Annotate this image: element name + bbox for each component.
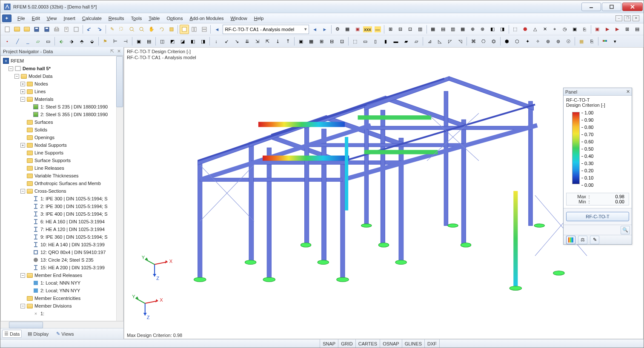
panel-close-icon[interactable]: ✕ — [626, 89, 630, 94]
t51-icon[interactable]: ⤓ — [273, 37, 282, 46]
mdi-minimize[interactable]: – — [615, 15, 622, 21]
t57-icon[interactable]: ⊡ — [337, 37, 346, 46]
t82-icon[interactable]: ▾ — [610, 37, 620, 46]
tree-mat-1[interactable]: 1: Steel S 235 | DIN 18800:1990 — [1, 103, 123, 111]
tool-5-icon[interactable]: — — [373, 25, 382, 34]
mdi-close[interactable]: ✕ — [633, 15, 639, 21]
tool-35-icon[interactable]: ⚑ — [100, 37, 110, 46]
menu-options[interactable]: Options — [163, 14, 186, 22]
status-cell[interactable]: GRID — [338, 339, 355, 348]
tool-16-icon[interactable]: △ — [530, 25, 539, 34]
t58-icon[interactable]: ⬚ — [350, 37, 360, 46]
tool-39-icon[interactable]: ▤ — [144, 37, 154, 46]
menu-edit[interactable]: Edit — [29, 14, 43, 22]
t72-icon[interactable]: ⬢ — [502, 37, 512, 46]
t60-icon[interactable]: ▯ — [371, 37, 380, 46]
status-cell[interactable]: SNAP — [320, 339, 338, 348]
tool-17-icon[interactable]: ✕ — [541, 25, 550, 34]
t56-icon[interactable]: ⊟ — [327, 37, 336, 46]
rotate-icon[interactable] — [157, 25, 166, 34]
layout2-icon[interactable] — [190, 25, 199, 34]
tree-mer[interactable]: −Member End Releases — [1, 271, 123, 279]
pan-icon[interactable]: ✋ — [147, 25, 156, 34]
tree-cs-13[interactable]: 13: Circle 24; Steel S 235 — [1, 256, 123, 264]
tool-2-icon[interactable]: ▦ — [343, 25, 352, 34]
layout3-icon[interactable] — [200, 25, 209, 34]
t68-icon[interactable]: ◹ — [455, 37, 465, 46]
app-menu-icon[interactable]: ✦ — [2, 14, 11, 22]
t75-icon[interactable]: ✧ — [533, 37, 542, 46]
undo-icon[interactable] — [85, 25, 94, 34]
t64-icon[interactable]: ▱ — [412, 37, 421, 46]
tool-7-icon[interactable]: ⊟ — [396, 25, 405, 34]
viewport[interactable]: RF-C-TO-T Design Criterion [-] RF-C-TO-T… — [124, 47, 644, 339]
t48-icon[interactable]: ⇊ — [242, 37, 252, 46]
t47-icon[interactable]: ↘ — [232, 37, 241, 46]
tool-a-icon[interactable] — [72, 25, 81, 34]
t61-icon[interactable]: ▮ — [381, 37, 390, 46]
t79-icon[interactable]: ▦ — [577, 37, 586, 46]
tool-b-icon[interactable]: ✎ — [108, 25, 117, 34]
menu-insert[interactable]: Insert — [60, 14, 79, 22]
tool-24-icon[interactable]: ▶ — [613, 25, 621, 34]
t53-icon[interactable]: ▣ — [296, 37, 306, 46]
saveas-icon[interactable] — [42, 25, 51, 34]
zoom-tool-icon[interactable]: 🔍 — [621, 226, 630, 234]
tool-21-icon[interactable]: ⎘ — [580, 25, 589, 34]
tree-vscroll[interactable] — [116, 56, 123, 321]
tool-37-icon[interactable]: ⊣ — [121, 37, 130, 46]
menu-results[interactable]: Results — [105, 14, 128, 22]
t65-icon[interactable]: ⊿ — [425, 37, 434, 46]
tab-data[interactable]: ☰Data — [2, 330, 22, 338]
tool-36-icon[interactable]: ⊢ — [111, 37, 120, 46]
maximize-button[interactable] — [602, 3, 621, 11]
tree-cs-7[interactable]: 7: HE A 120 | DIN 1025-3:1994 — [1, 225, 123, 233]
open2-icon[interactable] — [23, 25, 31, 34]
tree-nodal-supports[interactable]: +Nodal Supports — [1, 141, 123, 149]
tool-18-icon[interactable]: ⌖ — [550, 25, 559, 34]
tree-mer-1[interactable]: 1: Local; NNN NYY — [1, 279, 123, 287]
tool-14-icon[interactable]: ⬚ — [511, 25, 520, 34]
tree-mat-2[interactable]: 2: Steel S 355 | DIN 18800:1990 — [1, 111, 123, 118]
tree-cs-9[interactable]: 9: IPE 360 | DIN 1025-5:1994; S — [1, 233, 123, 241]
tool-31-icon[interactable]: ⬖ — [57, 37, 66, 46]
t50-icon[interactable]: ⇱ — [263, 37, 272, 46]
t81-icon[interactable] — [600, 37, 610, 46]
tool-10-icon[interactable]: ⊕ — [468, 25, 477, 34]
tree-model[interactable]: −Demo hall 5* — [1, 65, 123, 72]
panel-title[interactable]: Panel✕ — [564, 88, 632, 96]
zoom-in-icon[interactable] — [127, 25, 136, 34]
close-button[interactable] — [622, 3, 643, 11]
zoom-out-icon[interactable] — [137, 25, 146, 34]
tool-1-icon[interactable]: ⚙ — [333, 25, 342, 34]
tree[interactable]: RRFEM −Demo hall 5* −Model Data +Nodes +… — [0, 56, 123, 321]
print-icon[interactable] — [52, 25, 61, 34]
status-cell[interactable]: DXF — [424, 339, 439, 348]
scale-icon[interactable]: ⚖ — [578, 236, 587, 244]
new-icon[interactable] — [3, 25, 11, 34]
tree-model-data[interactable]: −Model Data — [1, 72, 123, 80]
report-icon[interactable] — [62, 25, 71, 34]
tree-cs-10[interactable]: 10: HE A 140 | DIN 1025-3:199 — [1, 241, 123, 248]
t43-icon[interactable]: ◧ — [188, 37, 197, 46]
menu-addons[interactable]: Add-on Modules — [186, 14, 227, 22]
t46-icon[interactable]: ↙ — [222, 37, 231, 46]
tree-line-releases[interactable]: Line Releases — [1, 164, 123, 172]
tree-cross-sections[interactable]: −Cross-Sections — [1, 187, 123, 195]
tree-openings[interactable]: Openings — [1, 134, 123, 141]
tool-26-icon[interactable]: ▤ — [633, 25, 641, 34]
tree-line-supports[interactable]: Line Supports — [1, 149, 123, 157]
t55-icon[interactable]: ⊞ — [317, 37, 326, 46]
t74-icon[interactable]: ✦ — [523, 37, 532, 46]
tree-cs-2[interactable]: 2: IPE 300 | DIN 1025-5:1994; S — [1, 203, 123, 210]
t78-icon[interactable]: ⦾ — [564, 37, 573, 46]
menu-window[interactable]: Window — [227, 14, 251, 22]
tree-mecc[interactable]: Member Eccentricities — [1, 294, 123, 302]
view-y-icon[interactable]: ▥ — [448, 25, 457, 34]
tree-mdiv-1[interactable]: ×1: — [1, 310, 123, 317]
prev-lc-icon[interactable]: ◄ — [212, 25, 221, 34]
line-icon[interactable]: ╱ — [13, 37, 22, 46]
panel-module-button[interactable]: RF-C-TO-T — [566, 212, 629, 221]
tree-nodes[interactable]: +Nodes — [1, 80, 123, 88]
tree-materials[interactable]: −Materials — [1, 95, 123, 103]
